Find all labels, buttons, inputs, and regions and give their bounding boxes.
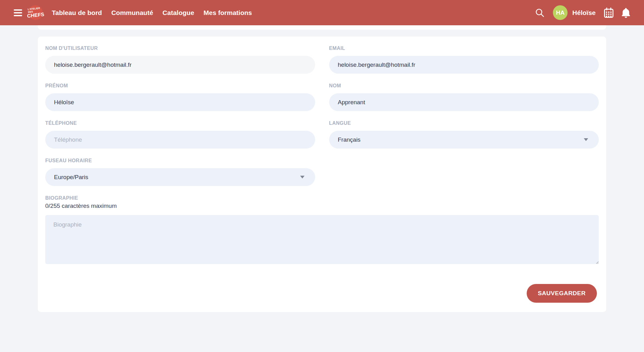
first-name-field-group: PRÉNOM xyxy=(45,83,315,111)
phone-field-group: TÉLÉPHONE xyxy=(45,120,315,149)
nav-item-mes-formations[interactable]: Mes formations xyxy=(203,9,252,16)
last-name-label: NOM xyxy=(329,83,599,89)
main-nav: Tableau de bord Communauté Catalogue Mes… xyxy=(47,9,257,17)
caret-down-icon xyxy=(300,176,305,178)
language-label: LANGUE xyxy=(329,120,599,126)
atelier-des-chefs-logo[interactable]: L'ATELIER DES CHEFS xyxy=(27,5,44,21)
bell-icon[interactable] xyxy=(621,7,631,18)
username-input xyxy=(45,56,315,74)
user-avatar[interactable]: HA xyxy=(553,5,568,20)
username-label: NOM D'UTILISATEUR xyxy=(45,46,315,51)
biography-textarea[interactable] xyxy=(45,215,599,264)
phone-label: TÉLÉPHONE xyxy=(45,120,315,126)
nav-item-tableau-de-bord[interactable]: Tableau de bord xyxy=(52,9,102,16)
email-input[interactable] xyxy=(329,56,599,74)
biography-label: BIOGRAPHIE xyxy=(45,195,599,201)
timezone-label: FUSEAU HORAIRE xyxy=(45,158,315,164)
biography-char-counter: 0/255 caractères maximum xyxy=(45,203,599,209)
email-field-group: EMAIL xyxy=(329,46,599,74)
navbar-right-group: HA Héloïse xyxy=(535,5,631,20)
calendar-icon[interactable] xyxy=(604,7,614,18)
user-name: Héloïse xyxy=(572,9,596,17)
username-field-group: NOM D'UTILISATEUR xyxy=(45,46,315,74)
caret-down-icon xyxy=(584,138,588,141)
biography-field-group: BIOGRAPHIE 0/255 caractères maximum xyxy=(45,195,599,264)
avatar-initials: HA xyxy=(556,9,564,16)
last-name-input[interactable] xyxy=(329,93,599,111)
profile-form-card: NOM D'UTILISATEUR EMAIL PRÉNOM NOM TÉLÉP… xyxy=(38,37,606,312)
first-name-label: PRÉNOM xyxy=(45,83,315,89)
first-name-input[interactable] xyxy=(45,93,315,111)
email-label: EMAIL xyxy=(329,46,599,51)
search-icon[interactable] xyxy=(535,8,545,18)
last-name-field-group: NOM xyxy=(329,83,599,111)
language-select[interactable]: Français xyxy=(329,131,599,149)
scrolled-card-bottom-strip xyxy=(38,25,606,30)
language-field-group: LANGUE Français xyxy=(329,120,599,149)
hamburger-menu-icon[interactable] xyxy=(14,9,22,16)
save-button[interactable]: SAUVEGARDER xyxy=(527,284,597,303)
logo-line2: CHEFS xyxy=(27,12,45,19)
top-navbar: L'ATELIER DES CHEFS Tableau de bord Comm… xyxy=(0,0,644,25)
form-actions: SAUVEGARDER xyxy=(45,284,599,303)
timezone-select[interactable]: Europe/Paris xyxy=(45,168,315,186)
profile-settings-page: L'ATELIER DES CHEFS Tableau de bord Comm… xyxy=(0,0,644,352)
language-selected-value: Français xyxy=(338,136,361,143)
timezone-selected-value: Europe/Paris xyxy=(54,174,88,181)
phone-input[interactable] xyxy=(45,131,315,149)
nav-item-catalogue[interactable]: Catalogue xyxy=(163,9,194,16)
timezone-field-group: FUSEAU HORAIRE Europe/Paris xyxy=(45,158,315,186)
nav-item-communaute[interactable]: Communauté xyxy=(111,9,153,16)
